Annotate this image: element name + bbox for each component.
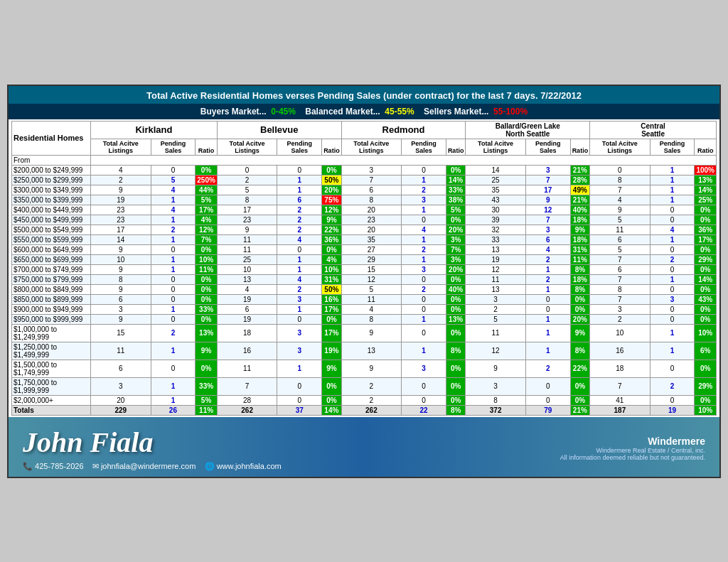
cs-listings: 18 bbox=[590, 360, 650, 377]
footer-right: Windermere Windermere Real Estate / Cent… bbox=[560, 436, 705, 461]
sellers-market-label: Sellers Market... bbox=[424, 107, 488, 117]
r-pending: 0 bbox=[402, 274, 446, 284]
bg-pending: 1 bbox=[525, 342, 570, 360]
r-listings: 13 bbox=[341, 342, 401, 360]
phone-icon: 📞 bbox=[23, 462, 33, 470]
b-listings: 11 bbox=[217, 244, 277, 254]
table-row: $950,000 to $999,999900%1900%8113%5120%2… bbox=[12, 314, 717, 324]
bellevue-header: Bellevue bbox=[217, 121, 341, 139]
b-ratio: 0% bbox=[322, 377, 342, 395]
bg-ratio: 18% bbox=[570, 234, 590, 244]
k-pending: 4 bbox=[151, 185, 196, 195]
k-ratio: 33% bbox=[196, 377, 218, 395]
cs-ratio: 29% bbox=[695, 254, 717, 264]
cs-listings: 7 bbox=[590, 185, 650, 195]
b-pending: 0 bbox=[277, 244, 322, 254]
buyers-market-range: 0-45% bbox=[271, 107, 296, 117]
footer-contact: 📞 425-785-2026 ✉ johnfiala@windermere.co… bbox=[23, 462, 282, 471]
cs-pending: 1 bbox=[650, 175, 695, 185]
bg-pending: 12 bbox=[525, 205, 570, 215]
totals-label: Totals bbox=[12, 405, 91, 415]
cs-listings: 10 bbox=[590, 324, 650, 342]
k-pending: 4 bbox=[151, 205, 196, 215]
b-pending: 3 bbox=[277, 294, 322, 304]
bg-pending: 0 bbox=[525, 395, 570, 405]
cs-listings: 9 bbox=[590, 205, 650, 215]
bg-pending: 1 bbox=[525, 324, 570, 342]
bg-listings: 2 bbox=[466, 304, 525, 314]
r-pending: 2 bbox=[402, 284, 446, 294]
k-listings: 6 bbox=[91, 294, 151, 304]
k-listings: 9 bbox=[91, 314, 151, 324]
r-ratio-header: Ratio bbox=[446, 139, 466, 155]
b-listings: 2 bbox=[217, 175, 277, 185]
cs-ratio: 0% bbox=[695, 284, 717, 294]
r-ratio: 3% bbox=[446, 254, 466, 264]
k-listings: 14 bbox=[91, 234, 151, 244]
cs-pending: 0 bbox=[650, 264, 695, 274]
b-pending-header: Pending Sales bbox=[277, 139, 322, 155]
from-cell: $750,000 to $799,999 bbox=[12, 274, 91, 284]
cs-pending: 0 bbox=[650, 284, 695, 294]
r-ratio: 8% bbox=[446, 342, 466, 360]
cs-pending: 0 bbox=[650, 215, 695, 225]
table-row: $200,000 to $249,999400%000%300%14321%01… bbox=[12, 165, 717, 175]
from-cell: $350,000 to $399,999 bbox=[12, 195, 91, 205]
r-listings: 35 bbox=[341, 234, 401, 244]
bg-listings: 32 bbox=[466, 225, 525, 234]
from-cell: $600,000 to $649,999 bbox=[12, 244, 91, 254]
cs-ratio: 6% bbox=[695, 342, 717, 360]
cs-pending: 2 bbox=[650, 377, 695, 395]
bg-ratio: 0% bbox=[570, 377, 590, 395]
r-ratio: 20% bbox=[446, 264, 466, 274]
k-ratio: 5% bbox=[196, 395, 218, 405]
b-listings: 19 bbox=[217, 314, 277, 324]
r-ratio: 13% bbox=[446, 314, 466, 324]
company-sub: Windermere Real Estate / Central, inc. bbox=[560, 447, 705, 454]
bg-ratio: 22% bbox=[570, 360, 590, 377]
k-listings: 3 bbox=[91, 377, 151, 395]
k-pending: 1 bbox=[151, 377, 196, 395]
bg-listings: 35 bbox=[466, 185, 525, 195]
k-pending: 1 bbox=[151, 395, 196, 405]
r-pending-header: Pending Sales bbox=[402, 139, 446, 155]
bg-ratio: 9% bbox=[570, 225, 590, 234]
bg-ratio: 8% bbox=[570, 264, 590, 274]
from-cell: $2,000,000+ bbox=[12, 395, 91, 405]
bg-pending: 2 bbox=[525, 360, 570, 377]
b-ratio: 9% bbox=[322, 215, 342, 225]
b-listings: 23 bbox=[217, 215, 277, 225]
cs-pending: 0 bbox=[650, 360, 695, 377]
table-row: $700,000 to $749,9999111%10110%15320%121… bbox=[12, 264, 717, 274]
k-listings: 2 bbox=[91, 175, 151, 185]
b-pending: 0 bbox=[277, 395, 322, 405]
r-listings: 12 bbox=[341, 274, 401, 284]
balanced-market-range: 45-55% bbox=[385, 107, 414, 117]
t-r-pending: 22 bbox=[402, 405, 446, 415]
email-icon: ✉ bbox=[92, 462, 99, 470]
r-ratio: 3% bbox=[446, 234, 466, 244]
k-ratio: 0% bbox=[196, 360, 218, 377]
b-ratio: 0% bbox=[322, 314, 342, 324]
b-ratio: 0% bbox=[322, 165, 342, 175]
k-ratio: 13% bbox=[196, 324, 218, 342]
b-listings: 11 bbox=[217, 234, 277, 244]
bg-ratio: 0% bbox=[570, 395, 590, 405]
cs-pending: 1 bbox=[650, 195, 695, 205]
header-markets: Buyers Market... 0-45% Balanced Market..… bbox=[9, 104, 719, 119]
bg-listings: 39 bbox=[466, 215, 525, 225]
k-pending: 0 bbox=[151, 294, 196, 304]
cs-ratio: 17% bbox=[695, 234, 717, 244]
t-cs-pending: 19 bbox=[650, 405, 695, 415]
bg-listings: 25 bbox=[466, 175, 525, 185]
cs-pending: 1 bbox=[650, 274, 695, 284]
r-pending: 0 bbox=[402, 395, 446, 405]
k-pending: 1 bbox=[151, 304, 196, 314]
phone-number: 425-785-2026 bbox=[35, 462, 84, 470]
k-listings: 8 bbox=[91, 274, 151, 284]
cs-ratio: 29% bbox=[695, 377, 717, 395]
b-listings: 0 bbox=[217, 165, 277, 175]
r-ratio: 38% bbox=[446, 195, 466, 205]
ballard-header: Ballard/Green LakeNorth Seattle bbox=[466, 121, 590, 139]
b-pending: 1 bbox=[277, 360, 322, 377]
